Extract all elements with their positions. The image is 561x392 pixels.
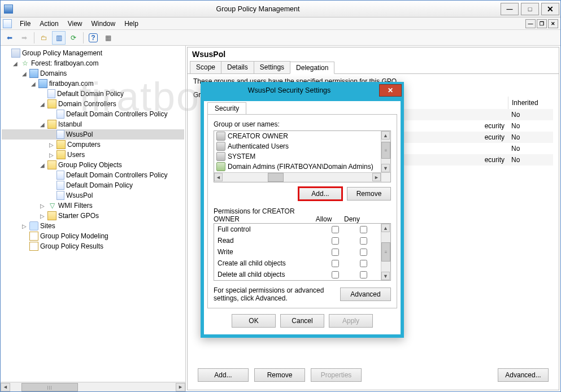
tree-domain[interactable]: ◢firatboyan.com bbox=[2, 79, 184, 89]
dialog-tab-security[interactable]: Security bbox=[207, 102, 246, 114]
menu-action[interactable]: Action bbox=[35, 18, 63, 29]
permissions-for-label: Permissions for CREATOR OWNER bbox=[214, 207, 310, 223]
delegation-remove-button[interactable]: Remove bbox=[254, 368, 305, 382]
tree-domain-controllers[interactable]: ◢Domain Controllers bbox=[2, 99, 184, 109]
principal-row[interactable]: Authenticated Users bbox=[214, 141, 381, 151]
window-maximize-button[interactable]: □ bbox=[521, 3, 539, 15]
window-minimize-button[interactable]: — bbox=[501, 3, 519, 15]
tree-domains[interactable]: ◢Domains bbox=[2, 68, 184, 79]
tree-users-ou[interactable]: ▷Users bbox=[2, 150, 184, 160]
tree-starter-gpos[interactable]: ▷Starter GPOs bbox=[2, 211, 184, 221]
tree-forest[interactable]: ◢☆Forest: firatboyan.com bbox=[2, 58, 184, 68]
allow-checkbox[interactable] bbox=[332, 271, 339, 278]
tab-settings[interactable]: Settings bbox=[254, 61, 290, 73]
window-close-button[interactable]: ✕ bbox=[541, 3, 559, 15]
tree-gpo-ddp[interactable]: Default Domain Policy bbox=[2, 180, 184, 190]
tree-computers-ou[interactable]: ▷Computers bbox=[2, 140, 184, 150]
scroll-up-button[interactable]: ▲ bbox=[381, 224, 390, 232]
scroll-left-button[interactable]: ◄ bbox=[1, 383, 10, 391]
deny-checkbox[interactable] bbox=[360, 260, 367, 267]
scroll-left-button[interactable]: ◄ bbox=[214, 173, 223, 181]
mdi-close-button[interactable]: ✕ bbox=[548, 19, 558, 28]
permission-name: Full control bbox=[218, 225, 321, 233]
scroll-right-button[interactable]: ► bbox=[372, 173, 381, 181]
tree-sites[interactable]: ▷Sites bbox=[2, 221, 184, 231]
security-advanced-button[interactable]: Advanced bbox=[340, 288, 391, 301]
properties-button[interactable]: ▦ bbox=[101, 31, 115, 45]
refresh-button[interactable]: ⟳ bbox=[67, 31, 80, 45]
tree-root[interactable]: Group Policy Management bbox=[2, 48, 184, 58]
dialog-cancel-button[interactable]: Cancel bbox=[280, 314, 324, 328]
permissions-table: Full controlReadWriteCreate all child ob… bbox=[214, 224, 381, 280]
tree-label: Computers bbox=[67, 141, 101, 149]
allow-checkbox[interactable] bbox=[332, 260, 339, 267]
deny-checkbox[interactable] bbox=[360, 226, 367, 233]
up-folder-button[interactable]: 🗀 bbox=[37, 31, 51, 45]
delegation-row[interactable]: ecurityNo bbox=[402, 120, 553, 132]
tree-gpo-ddcp[interactable]: Default Domain Controllers Policy bbox=[2, 170, 184, 180]
tree-default-domain-policy[interactable]: Default Domain Policy bbox=[2, 89, 184, 99]
scroll-thumb[interactable]: ≡ bbox=[381, 142, 390, 159]
scroll-thumb[interactable] bbox=[268, 173, 284, 182]
dialog-titlebar[interactable]: WsusPol Security Settings ✕ bbox=[201, 82, 403, 98]
tab-details[interactable]: Details bbox=[221, 61, 254, 73]
tab-delegation[interactable]: Delegation bbox=[290, 62, 334, 74]
menu-file[interactable]: File bbox=[15, 18, 35, 29]
permission-row: Delete all child objects bbox=[214, 269, 381, 280]
scroll-down-button[interactable]: ▼ bbox=[381, 272, 390, 280]
tree-default-dc-policy[interactable]: Default Domain Controllers Policy bbox=[2, 109, 184, 119]
allow-checkbox[interactable] bbox=[332, 237, 339, 245]
permissions-scrollbar[interactable]: ▲ ≡ ▼ bbox=[381, 224, 390, 280]
nav-back-button[interactable]: ⬅ bbox=[3, 31, 16, 45]
delegation-add-button[interactable]: Add... bbox=[198, 368, 249, 382]
nav-forward-button[interactable]: ➡ bbox=[18, 31, 31, 45]
scroll-right-button[interactable]: ► bbox=[176, 383, 185, 391]
principal-row[interactable]: Domain Admins (FIRATBOYAN\Domain Admins) bbox=[214, 162, 381, 172]
menu-help[interactable]: Help bbox=[120, 18, 143, 29]
delegation-row[interactable]: No bbox=[402, 109, 553, 120]
allow-checkbox[interactable] bbox=[332, 249, 339, 256]
menu-view[interactable]: View bbox=[63, 18, 87, 29]
security-add-button[interactable]: Add... bbox=[298, 187, 342, 201]
tree-istanbul-ou[interactable]: ◢Istanbul bbox=[2, 119, 184, 129]
deny-checkbox[interactable] bbox=[360, 237, 367, 245]
dialog-apply-button[interactable]: Apply bbox=[329, 314, 373, 328]
col-inherited-header[interactable]: Inherited bbox=[508, 97, 553, 109]
principals-listbox[interactable]: CREATOR OWNERAuthenticated UsersSYSTEMDo… bbox=[214, 130, 391, 182]
ou-icon bbox=[56, 140, 66, 149]
security-remove-button[interactable]: Remove bbox=[347, 187, 391, 201]
allow-checkbox[interactable] bbox=[332, 226, 339, 233]
deny-checkbox[interactable] bbox=[360, 271, 367, 278]
scroll-up-button[interactable]: ▲ bbox=[381, 131, 390, 140]
scroll-down-button[interactable]: ▼ bbox=[381, 164, 390, 172]
principal-row[interactable]: CREATOR OWNER bbox=[214, 131, 381, 141]
menu-window[interactable]: Window bbox=[87, 18, 120, 29]
dialog-close-button[interactable]: ✕ bbox=[379, 84, 402, 97]
tree-gp-modeling[interactable]: Group Policy Modeling bbox=[2, 231, 184, 241]
help-button[interactable]: ? bbox=[86, 31, 100, 45]
delegation-row[interactable]: ecurityNo bbox=[402, 132, 553, 143]
scroll-thumb[interactable]: ||| bbox=[21, 383, 78, 391]
listbox-vertical-scrollbar[interactable]: ▲ ≡ ▼ bbox=[381, 131, 390, 172]
deny-checkbox[interactable] bbox=[360, 249, 367, 256]
listbox-horizontal-scrollbar[interactable]: ◄ ► bbox=[214, 172, 381, 182]
delegation-properties-button[interactable]: Properties bbox=[311, 368, 362, 382]
scroll-thumb[interactable]: ≡ bbox=[381, 242, 390, 262]
principal-row[interactable]: SYSTEM bbox=[214, 151, 381, 162]
tree-gpo-container[interactable]: ◢Group Policy Objects bbox=[2, 160, 184, 170]
scroll-track[interactable]: ||| bbox=[10, 383, 176, 391]
dialog-ok-button[interactable]: OK bbox=[232, 314, 276, 328]
tree-wmi-filters[interactable]: ▷▽WMI Filters bbox=[2, 201, 184, 211]
tree-horizontal-scrollbar[interactable]: ◄ ||| ► bbox=[1, 382, 185, 391]
tree-gpo-wsuspol[interactable]: WsusPol bbox=[2, 190, 184, 201]
show-tree-button[interactable]: ▥ bbox=[52, 31, 66, 45]
delegation-advanced-button[interactable]: Advanced... bbox=[498, 368, 549, 382]
delegation-row[interactable]: ecurityNo bbox=[402, 154, 553, 165]
tree-gp-results[interactable]: Group Policy Results bbox=[2, 241, 184, 251]
tree-wsuspol-gpo[interactable]: WsusPol bbox=[2, 129, 184, 140]
tab-scope[interactable]: Scope bbox=[190, 61, 221, 73]
mdi-restore-button[interactable]: ❐ bbox=[537, 19, 547, 28]
delegation-row[interactable]: No bbox=[402, 143, 553, 154]
mdi-minimize-button[interactable]: — bbox=[525, 19, 536, 28]
ou-icon bbox=[56, 150, 66, 159]
